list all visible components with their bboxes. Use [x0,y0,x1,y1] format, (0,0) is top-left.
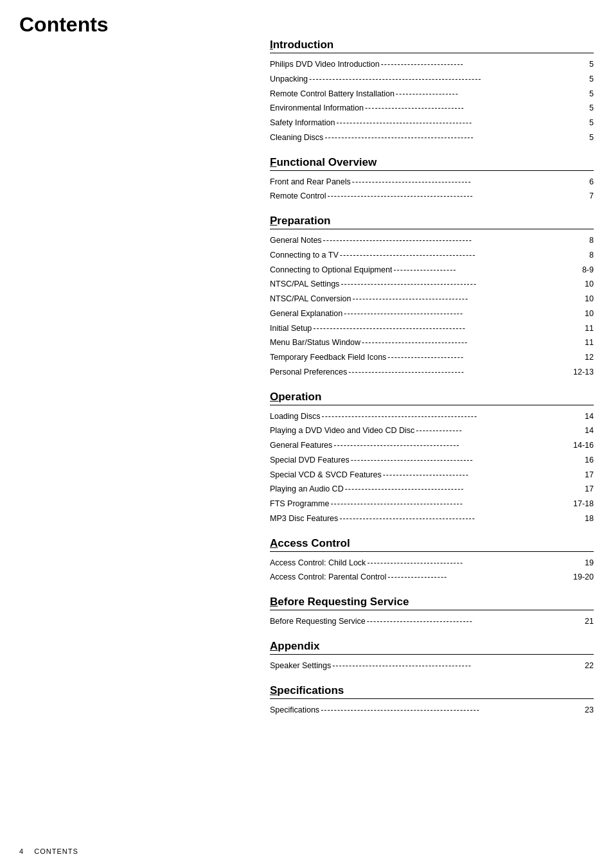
title-underline-char: P [270,215,277,227]
section-functional-overview: Functional OverviewFront and Rear Panels… [270,156,594,204]
toc-entry-text: Initial Setup [270,323,312,335]
section-title-functional-overview: Functional Overview [270,156,377,168]
toc-dots: ------------------------- [381,58,588,71]
title-underline-char: O [270,391,278,403]
toc-entry: Access Control: Parental Control -------… [270,571,594,584]
toc-entry: Initial Setup --------------------------… [270,323,594,335]
toc-dots: ------------------- [396,88,588,101]
toc-entry-text: NTSC/PAL Settings [270,278,339,290]
toc-dots: ----------------------------------------… [309,73,588,86]
toc-page-number: 23 [585,704,594,716]
toc-page-number: 10 [585,278,594,290]
toc-dots: ------------------------------------ [344,308,583,321]
toc-page-number: 12-13 [573,366,594,378]
toc-entry-text: Remote Control [270,190,326,202]
section-introduction: IntroductionPhilips DVD Video Introducti… [270,39,594,145]
toc-entry: Environmental Information --------------… [270,102,594,115]
content-area: IntroductionPhilips DVD Video Introducti… [270,39,594,842]
toc-dots: -------------------------------------- [333,439,572,452]
toc-entry: Personal Preferences -------------------… [270,366,594,379]
toc-entry-text: Loading Discs [270,411,321,423]
toc-entry: Special DVD Features -------------------… [270,454,594,467]
toc-entry-text: Remote Control Battery Installation [270,88,395,100]
toc-entry: Remote Control Battery Installation ----… [270,88,594,101]
toc-entry: Menu Bar/Status Window -----------------… [270,337,594,350]
toc-dots: -------------------------------- [362,337,583,350]
toc-entry-text: Temporary Feedback Field Icons [270,351,386,364]
toc-entry: Safety Information ---------------------… [270,117,594,130]
toc-page-number: 19 [585,557,594,569]
toc-entry-text: Special DVD Features [270,454,350,466]
section-header-functional-overview: Functional Overview [270,156,594,171]
title-underline-char: A [270,537,278,549]
toc-entry-text: NTSC/PAL Conversion [270,293,351,305]
toc-dots: ----------------------------------------… [313,323,583,335]
section-before-requesting-service: Before Requesting ServiceBefore Requesti… [270,596,594,628]
section-specifications: SpecificationsSpecifications -----------… [270,684,594,717]
toc-entry: Philips DVD Video Introduction ---------… [270,58,594,71]
toc-dots: ----------------------------------- [352,293,583,306]
section-header-operation: Operation [270,391,594,405]
section-title-before-requesting-service: Before Requesting Service [270,596,409,608]
toc-entry-text: Front and Rear Panels [270,176,351,188]
title-underline-char: A [270,640,278,652]
toc-entry: Remote Control -------------------------… [270,190,594,203]
toc-dots: ------------------------------ [365,102,588,115]
section-title-operation: Operation [270,391,321,403]
footer-label: Contents [34,847,78,855]
toc-entry: Playing an Audio CD --------------------… [270,483,594,496]
toc-page-number: 12 [585,351,594,364]
toc-entry: Front and Rear Panels ------------------… [270,176,594,189]
toc-entry-text: Access Control: Parental Control [270,571,386,583]
toc-entry: Playing a DVD Video and Video CD Disc --… [270,425,594,438]
toc-dots: -------------- [416,425,583,438]
toc-dots: ----------------------------------------… [339,513,583,526]
toc-entry: Connecting to Optional Equipment -------… [270,264,594,277]
toc-dots: -------------------------- [383,469,583,482]
toc-entry: Loading Discs --------------------------… [270,411,594,423]
toc-entry-text: FTS Programme [270,498,329,510]
toc-entry-text: Connecting to Optional Equipment [270,264,392,276]
toc-entry: MP3 Disc Features ----------------------… [270,513,594,526]
toc-entry-text: Speaker Settings [270,660,331,672]
toc-entry: Unpacking ------------------------------… [270,73,594,86]
toc-dots: ------------------- [393,264,581,277]
section-operation: OperationLoading Discs -----------------… [270,391,594,526]
toc-dots: ----------------------------- [367,557,583,570]
toc-page-number: 14 [585,425,594,437]
toc-entry-text: MP3 Disc Features [270,513,338,525]
toc-entry-text: Connecting to a TV [270,249,339,261]
section-header-access-control: Access Control [270,537,594,552]
toc-dots: ----------------------------------------… [323,235,588,247]
toc-entry: Temporary Feedback Field Icons ---------… [270,351,594,364]
toc-page-number: 5 [589,102,594,114]
title-underline-char: S [270,684,277,696]
toc-page-number: 5 [589,117,594,129]
toc-entry-text: Before Requesting Service [270,616,366,628]
page-number: 4 [19,847,24,855]
toc-page-number: 6 [589,176,594,188]
toc-page-number: 10 [585,293,594,305]
toc-dots: ----------------------- [387,351,583,364]
toc-entry: Specifications -------------------------… [270,704,594,717]
title-underline-char: B [270,596,278,608]
toc-entry: Connecting to a TV ---------------------… [270,249,594,262]
section-title-introduction: Introduction [270,39,333,51]
toc-entry-text: Menu Bar/Status Window [270,337,360,349]
toc-entry-text: Access Control: Child Lock [270,557,366,569]
section-access-control: Access ControlAccess Control: Child Lock… [270,537,594,585]
toc-entry: General Explanation --------------------… [270,308,594,321]
toc-entry: Access Control: Child Lock -------------… [270,557,594,570]
toc-entry-text: Personal Preferences [270,366,347,378]
toc-entry-text: Safety Information [270,117,335,129]
section-title-specifications: Specifications [270,684,344,696]
toc-dots: ----------------------------------------… [321,704,583,717]
page-number-area: 4 Contents [19,847,78,855]
section-header-specifications: Specifications [270,684,594,699]
toc-entry: NTSC/PAL Settings ----------------------… [270,278,594,291]
toc-dots: ----------------------------------- [348,366,572,379]
section-header-introduction: Introduction [270,39,594,53]
toc-dots: ----------------------------------------… [332,660,583,673]
section-header-before-requesting-service: Before Requesting Service [270,596,594,610]
toc-page-number: 5 [589,73,594,85]
